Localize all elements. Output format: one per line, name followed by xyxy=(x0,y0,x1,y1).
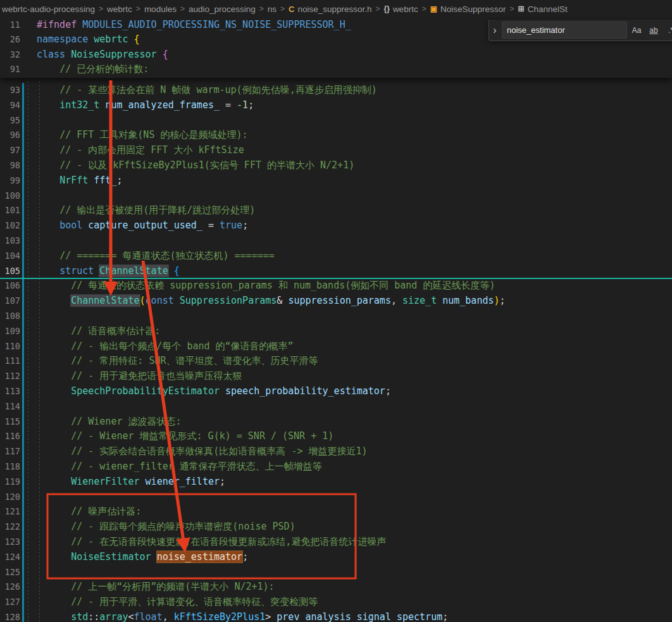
code-token: // 输出是否被使用(用于降耗/跳过部分处理) xyxy=(59,204,255,216)
breadcrumb-label: ChannelSt xyxy=(528,4,568,14)
line-number: 125 xyxy=(0,565,20,580)
code-text: // - 实际会结合语音概率做保真(比如语音概率高 -> 增益更接近1) xyxy=(37,444,368,459)
code-line-120[interactable]: 120 xyxy=(0,490,672,505)
code-token: // - 在无语音段快速更新,在语音段慢更新或冻结,避免把语音统计进噪声 xyxy=(71,536,386,547)
code-line-104[interactable]: 104 // ======= 每通道状态(独立状态机) ======= xyxy=(0,249,672,264)
code-line-105[interactable]: 105 struct ChannelState { xyxy=(0,264,672,279)
code-line-125[interactable]: 125 xyxy=(0,565,672,580)
breadcrumb-item-noisesuppressor[interactable]: ▣NoiseSuppressor xyxy=(430,4,506,14)
code-token: std xyxy=(71,611,88,622)
code-token xyxy=(37,204,59,216)
match-case-button[interactable]: Aa xyxy=(629,23,644,37)
code-line-94[interactable]: 94 int32_t num_analyzed_frames_ = -1; xyxy=(0,98,672,113)
code-line-109[interactable]: 109 // 语音概率估计器: xyxy=(0,324,672,339)
code-text: int32_t num_analyzed_frames_ = -1; xyxy=(37,98,254,113)
code-line-91[interactable]: 91 // 已分析的帧计数: xyxy=(0,62,672,77)
code-line-110[interactable]: 110 // - 输出每个频点/每个 band 的“像语音的概率” xyxy=(0,339,672,354)
line-number: 95 xyxy=(0,113,20,128)
code-line-97[interactable]: 97 // - 内部会用固定 FFT 大小 kFftSize xyxy=(0,143,672,158)
code-line-111[interactable]: 111 // - 常用特征: SNR、谱平坦度、谱变化率、历史平滑等 xyxy=(0,354,672,369)
line-number: 98 xyxy=(0,158,20,173)
breadcrumb-item-audio-processing[interactable]: audio_processing xyxy=(189,4,256,14)
code-line-93[interactable]: 93 // - 某些算法会在前 N 帧做 warm-up(例如先估噪,再逐步启用… xyxy=(0,83,672,98)
code-token xyxy=(37,99,59,111)
code-line-127[interactable]: 127 // - 用于平滑、计算谱变化、语音概率特征、突变检测等 xyxy=(0,595,672,610)
code-token xyxy=(37,159,59,171)
code-line-114[interactable]: 114 xyxy=(0,399,672,414)
toggle-replace-chevron-icon[interactable]: › xyxy=(490,25,499,36)
code-text: std::array<float, kFftSizeBy2Plus1> prev… xyxy=(37,610,448,622)
code-line-124[interactable]: 124 NoiseEstimator noise_estimator; xyxy=(0,550,672,565)
code-line-116[interactable]: 116 // - Wiener 增益常见形式: G(k) = SNR / (SN… xyxy=(0,429,672,444)
code-token xyxy=(37,596,71,607)
git-modified-indicator xyxy=(22,384,24,399)
code-token: & xyxy=(277,295,288,306)
line-number: 111 xyxy=(0,354,20,369)
code-token: // - 用于避免把语音也当噪声压得太狠 xyxy=(71,370,242,382)
code-token: :: xyxy=(88,611,99,622)
line-number: 102 xyxy=(0,218,20,233)
find-input[interactable] xyxy=(502,22,627,39)
line-number: 108 xyxy=(0,309,20,324)
code-token: { xyxy=(174,265,180,277)
code-line-106[interactable]: 106 // 每通道的状态依赖 suppression_params 和 num… xyxy=(0,278,672,294)
git-modified-indicator xyxy=(22,339,24,354)
breadcrumb-item-webrtc[interactable]: webrtc xyxy=(107,4,132,14)
git-modified-indicator xyxy=(22,83,24,98)
code-line-121[interactable]: 121 // 噪声估计器: xyxy=(0,504,672,519)
code-token: NoiseSuppressor xyxy=(71,49,163,60)
code-line-100[interactable]: 100 xyxy=(0,189,672,204)
code-line-117[interactable]: 117 // - 实际会结合语音概率做保真(比如语音概率高 -> 增益更接近1) xyxy=(0,444,672,459)
code-token xyxy=(37,506,71,517)
breadcrumb-separator: > xyxy=(259,4,264,13)
code-text: SpeechProbabilityEstimator speech_probab… xyxy=(37,384,391,399)
code-token: int32_t xyxy=(59,99,105,111)
code-token xyxy=(37,175,59,186)
code-line-99[interactable]: 99 NrFft fft_; xyxy=(0,173,672,189)
code-line-101[interactable]: 101 // 输出是否被使用(用于降耗/跳过部分处理) xyxy=(0,203,672,218)
line-number: 126 xyxy=(0,580,20,595)
code-line-115[interactable]: 115 // Wiener 滤波器状态: xyxy=(0,414,672,430)
code-line-107[interactable]: 107 ChannelState(const SuppressionParams… xyxy=(0,294,672,309)
code-token xyxy=(37,445,71,457)
git-modified-indicator xyxy=(22,475,24,490)
code-token: class xyxy=(37,49,71,60)
whole-word-button[interactable]: ab xyxy=(646,23,661,37)
code-line-112[interactable]: 112 // - 用于避免把语音也当噪声压得太狠 xyxy=(0,369,672,384)
code-line-108[interactable]: 108 xyxy=(0,309,672,324)
code-line-126[interactable]: 126 // 上一帧“分析用”的频谱(半谱大小 N/2+1): xyxy=(0,580,672,595)
regex-button[interactable]: .* xyxy=(663,23,672,37)
code-text: // Wiener 滤波器状态: xyxy=(37,414,182,430)
breadcrumb-item-modules[interactable]: modules xyxy=(144,4,177,14)
code-text: // 噪声估计器: xyxy=(37,504,141,519)
code-line-95[interactable]: 95 xyxy=(0,113,672,128)
git-modified-indicator xyxy=(22,233,24,249)
code-line-113[interactable]: 113 SpeechProbabilityEstimator speech_pr… xyxy=(0,384,672,399)
code-token: -1 xyxy=(237,99,248,111)
code-line-96[interactable]: 96 // FFT 工具对象(NS 的核心是频域处理): xyxy=(0,128,672,143)
code-line-32[interactable]: 32class NoiseSuppressor { xyxy=(0,47,672,62)
code-content: 93 // - 某些算法会在前 N 帧做 warm-up(例如先估噪,再逐步启用… xyxy=(0,83,672,622)
code-line-102[interactable]: 102 bool capture_output_used_ = true; xyxy=(0,218,672,233)
breadcrumb-item-noise-suppressor-h[interactable]: Cnoise_suppressor.h xyxy=(289,4,371,14)
breadcrumb-item-webrtc[interactable]: {}webrtc xyxy=(384,4,418,14)
code-text: #ifndef MODULES_AUDIO_PROCESSING_NS_NOIS… xyxy=(37,18,351,32)
breadcrumb-item-channelst[interactable]: ⊞ChannelSt xyxy=(518,4,568,14)
code-line-118[interactable]: 118 // - wiener_filter 通常保存平滑状态、上一帧增益等 xyxy=(0,459,672,475)
breadcrumb-item-webrtc-audio-processing[interactable]: webrtc-audio-processing xyxy=(2,4,95,14)
code-editor[interactable]: 93 // - 某些算法会在前 N 帧做 warm-up(例如先估噪,再逐步启用… xyxy=(0,18,672,622)
line-number: 122 xyxy=(0,519,20,535)
code-token: // 噪声估计器: xyxy=(71,506,141,517)
code-line-103[interactable]: 103 xyxy=(0,233,672,249)
code-line-98[interactable]: 98 // - 以及 kFftSizeBy2Plus1(实信号 FFT 的半谱大… xyxy=(0,158,672,173)
breadcrumb-item-ns[interactable]: ns xyxy=(268,4,277,14)
code-line-123[interactable]: 123 // - 在无语音段快速更新,在语音段慢更新或冻结,避免把语音统计进噪声 xyxy=(0,535,672,550)
code-text: // 每通道的状态依赖 suppression_params 和 num_ban… xyxy=(37,278,495,294)
code-token: ChannelState xyxy=(71,295,139,306)
code-line-128[interactable]: 128 std::array<float, kFftSizeBy2Plus1> … xyxy=(0,610,672,622)
code-token: wiener_filter xyxy=(146,476,220,487)
code-token: webrtc xyxy=(94,34,134,45)
code-line-122[interactable]: 122 // - 跟踪每个频点的噪声功率谱密度(noise PSD) xyxy=(0,519,672,535)
code-text: NoiseEstimator noise_estimator; xyxy=(37,550,248,565)
code-line-119[interactable]: 119 WienerFilter wiener_filter; xyxy=(0,475,672,490)
